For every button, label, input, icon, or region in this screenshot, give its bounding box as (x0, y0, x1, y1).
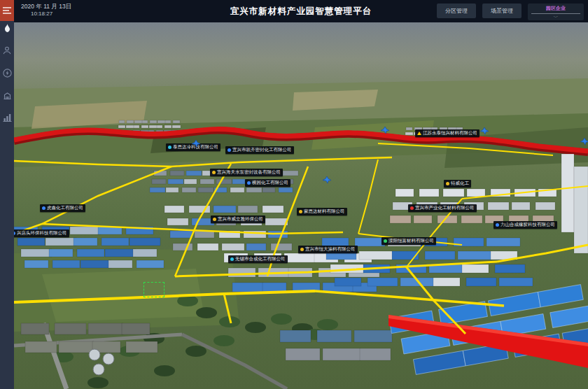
company-marker-icon (213, 218, 216, 221)
sidebar (0, 0, 14, 389)
company-marker-icon (496, 223, 499, 227)
chevron-down-icon: ﹀ (531, 15, 581, 20)
company-label-text: 无锡市合成化工有限公司 (235, 257, 286, 262)
company-label[interactable]: 力山合成橡胶科技有限公司 (493, 221, 557, 229)
company-label-text: 溧阳恒富材料有限公司 (388, 239, 434, 243)
park-enterprise-label: 园区企业 (531, 5, 581, 12)
company-label[interactable]: 兴店头环保科技有限公司 (14, 229, 69, 237)
company-marker-icon (230, 257, 234, 261)
company-label-text: 宜兴海天水泵密封设备有限公司 (217, 170, 281, 175)
company-marker-icon (227, 148, 231, 152)
company-label[interactable]: 无锡市合成化工有限公司 (228, 255, 288, 263)
company-marker-icon (168, 146, 172, 149)
company-marker-icon (410, 206, 414, 210)
company-label-text: 江苏永泰恒兴材料有限公司 (423, 131, 477, 136)
warning-icon (417, 132, 421, 135)
company-label-text: 虎鑫化工有限公司 (47, 206, 83, 211)
factory-icon[interactable] (0, 88, 14, 102)
plane-marker-icon[interactable] (381, 127, 389, 134)
company-label-text: 横园化工有限公司 (252, 181, 288, 185)
plane-marker-icon[interactable] (192, 140, 200, 147)
company-label-text: 特威化工 (451, 181, 469, 186)
company-label[interactable]: 宜兴市凯齐密封化工有限公司 (225, 146, 294, 154)
company-label[interactable]: 宜兴市威立雅环保公司 (211, 215, 265, 223)
menu-icon[interactable] (0, 0, 14, 21)
divider (531, 13, 580, 14)
map-3d-scene[interactable] (14, 22, 588, 389)
company-marker-icon (247, 181, 251, 185)
plane-marker-icon[interactable] (323, 176, 331, 183)
plane-marker-icon[interactable] (580, 138, 588, 145)
company-label[interactable]: 横园化工有限公司 (245, 179, 290, 187)
company-label[interactable]: 宜兴市产业化工材料有限公司 (408, 204, 477, 212)
company-marker-icon (14, 232, 15, 235)
map-container: 泰恩达冷科技有限公司宜兴市凯齐密封化工有限公司宜兴海天水泵密封设备有限公司横园化… (14, 22, 588, 389)
company-label-text: 宜兴市恒大涂料有限公司 (305, 247, 356, 252)
park-enterprise-dropdown[interactable]: 园区企业 ﹀ (528, 3, 584, 20)
company-label[interactable]: 溧阳恒富材料有限公司 (382, 237, 436, 245)
company-marker-icon (212, 171, 216, 174)
bar-chart-icon[interactable] (0, 111, 14, 125)
company-marker-icon (446, 182, 449, 185)
company-marker-icon (300, 248, 304, 251)
scene-management-button[interactable]: 场景管理 (482, 3, 522, 18)
company-label-text: 兴店头环保科技有限公司 (17, 231, 67, 236)
company-label-text: 宜兴市威立雅环保公司 (218, 217, 263, 222)
company-label-text: 蒙恩达材料有限公司 (304, 209, 345, 214)
company-label-text: 力山合成橡胶科技有限公司 (500, 222, 555, 227)
plane-marker-icon[interactable] (480, 127, 489, 134)
company-label[interactable]: 宜兴市恒大涂料有限公司 (298, 246, 358, 253)
company-label[interactable]: 江苏永泰恒兴材料有限公司 (415, 129, 479, 137)
zone-management-button[interactable]: 分区管理 (437, 3, 476, 18)
user-icon[interactable] (0, 43, 14, 57)
company-marker-icon (384, 239, 387, 243)
header: 2020 年 11 月 13日 10:18:27 宜兴市新材料产业园智慧管理平台… (14, 0, 588, 22)
company-label-text: 宜兴市产业化工材料有限公司 (415, 206, 475, 211)
company-label[interactable]: 虎鑫化工有限公司 (40, 204, 85, 212)
company-label[interactable]: 特威化工 (444, 180, 471, 188)
company-label-text: 宜兴市凯齐密封化工有限公司 (232, 148, 292, 153)
company-label[interactable]: 蒙恩达材料有限公司 (297, 208, 347, 215)
company-label[interactable]: 宜兴海天水泵密封设备有限公司 (210, 169, 283, 176)
flame-icon[interactable] (0, 21, 14, 35)
power-icon[interactable] (0, 66, 14, 80)
selection-box (144, 282, 164, 297)
company-marker-icon (42, 206, 46, 210)
company-marker-icon (299, 210, 302, 213)
